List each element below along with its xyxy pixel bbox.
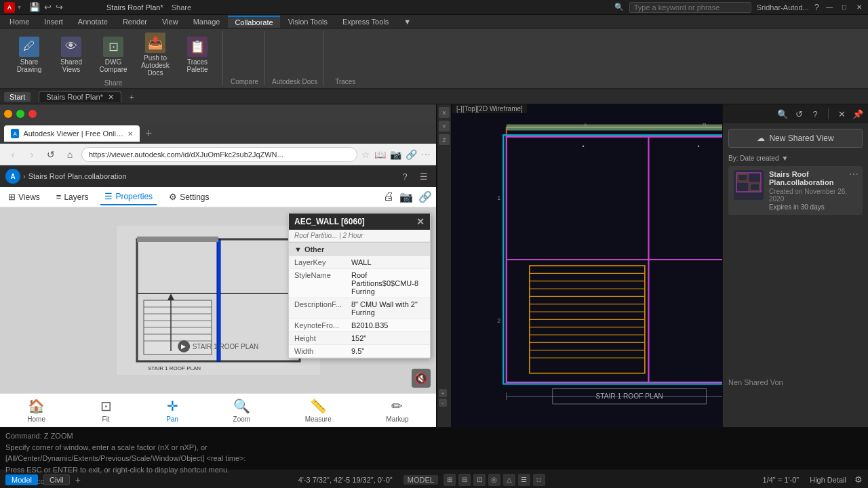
props-row-width: Width 9.5" [289,345,430,358]
nav-layers[interactable]: ≡ Layers [52,189,93,205]
tab-render[interactable]: Render [116,16,154,27]
status-icon-polar[interactable]: ◎ [488,474,500,486]
viewer-help-button[interactable]: ? [398,169,412,183]
maximize-button[interactable]: □ [840,3,849,12]
volume-icon[interactable]: 🔇 [412,369,431,388]
status-icon-ortho[interactable]: ⊡ [473,474,486,486]
axis-icon-1[interactable]: X [439,107,450,118]
shared-view-more-icon[interactable]: ⋯ [849,169,859,180]
tab-annotate[interactable]: Annotate [71,16,115,27]
sv-close-icon[interactable]: ✕ [835,108,848,120]
browser-forward-button[interactable]: › [24,147,39,162]
browser-camera-icon[interactable]: 📷 [390,149,401,160]
detail-display: High Detail [810,476,846,484]
viewer-markup-button[interactable]: ✏ Markup [380,395,414,426]
browser-bookmark-icon[interactable]: ☆ [361,149,370,160]
browser-refresh-button[interactable]: ↺ [43,147,58,162]
traces-palette-button[interactable]: 📋 Traces Palette [178,35,217,75]
civil-tab-button[interactable]: Civil [43,474,70,485]
props-row-keynote: KeynoteFro... B2010.B35 [289,319,430,332]
axis-icon-small[interactable]: + [439,389,447,397]
props-close-icon[interactable]: ✕ [416,216,425,227]
status-gear-icon[interactable]: ⚙ [854,474,863,485]
new-shared-view-button[interactable]: ☁ New Shared View [728,129,863,148]
sort-chevron-icon[interactable]: ▼ [781,155,788,162]
start-tab[interactable]: Start [4,92,31,102]
ribbon-group-share: 🖊 Share Drawing 👁 Shared Views ⊡ DWG Com… [4,31,223,85]
file-tab-stairs[interactable]: Stairs Roof Plan* ✕ [39,92,121,102]
props-section-other[interactable]: ▼ Other [289,242,430,256]
tab-more[interactable]: ▼ [397,16,418,27]
nav-settings[interactable]: ⚙ Settings [165,189,213,205]
main-area: A Autodesk Viewer | Free Online F... ✕ +… [0,104,868,427]
status-icon-snap[interactable]: ⊟ [458,474,471,486]
push-to-docs-label: Push to Autodesk Docs [138,54,172,77]
props-scroll[interactable]: Roof Partitio... | 2 Hour ▼ Other LayerK… [289,230,430,358]
shared-views-button[interactable]: 👁 Shared Views [52,35,91,75]
browser-minimize-button[interactable] [4,110,12,118]
browser-maximize-button[interactable] [16,110,24,118]
close-tab-icon[interactable]: ✕ [108,93,114,101]
svg-text:•: • [698,143,700,150]
title-bar: A ▾ 💾 ↩ ↪ Stairs Roof Plan* Share 🔍 Srid… [0,0,868,15]
model-tab-button[interactable]: Model [5,474,38,485]
axis-icon-2[interactable]: Y [439,121,450,131]
sv-refresh-icon[interactable]: ↺ [793,108,805,120]
add-tab-button[interactable]: + [130,93,134,101]
browser-menu-icon[interactable]: ⋯ [421,149,431,160]
browser-share-icon[interactable]: 🔗 [406,149,417,160]
shared-view-item[interactable]: Stairs Roof Plan.collaboration Created o… [728,166,863,215]
viewer-tool-print[interactable]: 🖨 [383,190,394,203]
browser-add-tab-button[interactable]: + [145,127,153,141]
tab-vision-tools[interactable]: Vision Tools [281,16,334,27]
minimize-button[interactable]: — [825,3,834,12]
viewer-measure-button[interactable]: 📏 Measure [300,395,337,426]
push-to-docs-button[interactable]: 📤 Push to Autodesk Docs [136,31,175,78]
axis-icon-3[interactable]: Z [439,134,450,145]
browser-fav-icon: A [11,129,19,138]
tab-insert[interactable]: Insert [37,16,70,27]
viewer-menu-button[interactable]: ☰ [417,169,431,183]
browser-home-button[interactable]: ⌂ [62,147,77,162]
axis-icon-minus[interactable]: - [439,399,447,407]
close-button[interactable]: ✕ [854,3,864,12]
viewer-home-button[interactable]: 🏠 Home [22,395,51,426]
title-bar-left: A ▾ 💾 ↩ ↪ Stairs Roof Plan* Share [4,2,191,13]
sv-help-icon[interactable]: ? [809,108,821,120]
status-icon-grid[interactable]: ⊞ [443,474,456,486]
tab-manage[interactable]: Manage [186,16,227,27]
nav-properties[interactable]: ☰ Properties [100,188,157,205]
user-label[interactable]: Sridhar-Autod... [757,3,809,12]
sort-label: By: Date created [728,155,778,162]
help-icon[interactable]: ? [814,2,819,12]
viewer-fit-button[interactable]: ⊡ Fit [95,395,117,426]
tab-express-tools[interactable]: Express Tools [336,16,395,27]
tab-collaborate[interactable]: Collaborate [228,16,279,28]
sv-search-icon[interactable]: 🔍 [776,108,789,120]
add-layout-button[interactable]: + [75,474,81,485]
viewer-tool-camera[interactable]: 📷 [399,190,413,203]
status-icon-ucs[interactable]: □ [533,474,545,486]
status-icon-osnap[interactable]: △ [503,474,515,486]
nav-views[interactable]: ⊞ Views [4,189,44,205]
tab-home[interactable]: Home [3,16,36,27]
props-val-width: 9.5" [351,347,425,355]
shared-views-sidebar: 🔍 ↺ ? ✕ 📌 ☁ New Shared View By: Date cre… [722,104,868,427]
viewer-zoom-button[interactable]: 🔍 Zoom [228,395,256,426]
viewer-pan-button[interactable]: ✛ Pan [161,395,184,426]
sv-pin-icon[interactable]: 📌 [852,108,864,120]
share-label[interactable]: Share [172,3,191,12]
browser-close-button[interactable] [28,110,37,118]
caption-icon: ▶ [178,340,190,352]
browser-address-input[interactable] [81,147,357,162]
share-drawing-button[interactable]: 🖊 Share Drawing [9,35,49,75]
search-input[interactable] [629,2,751,13]
status-icon-otrack[interactable]: ☰ [518,474,530,486]
browser-tab-autodesk[interactable]: A Autodesk Viewer | Free Online F... ✕ [4,125,140,142]
dwg-compare-button[interactable]: ⊡ DWG Compare [94,35,133,75]
browser-read-icon[interactable]: 📖 [374,149,386,160]
browser-tab-close-icon[interactable]: ✕ [127,130,133,138]
browser-back-button[interactable]: ‹ [5,147,20,162]
tab-view[interactable]: View [155,16,185,27]
viewer-tool-link[interactable]: 🔗 [418,190,432,203]
